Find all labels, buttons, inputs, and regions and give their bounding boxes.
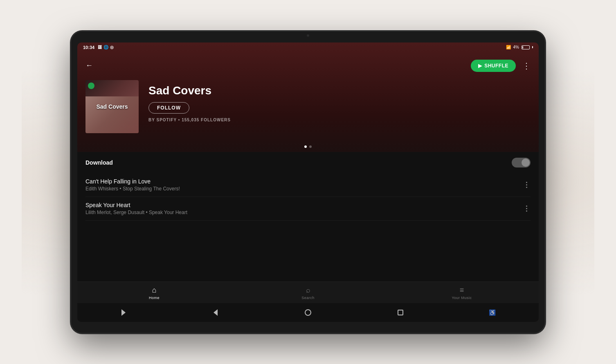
playlist-title: Sad Covers [148,84,231,97]
track-more-button-1[interactable] [523,180,531,190]
android-accessibility-button[interactable] [484,306,501,319]
track-info-1: Can't Help Falling in Love Edith Whisker… [85,178,523,192]
nav-item-your-music[interactable]: ≡ Your Music [385,286,539,300]
dot-1 [304,145,307,148]
recents-icon [398,310,403,315]
status-icons: 🖼 🌐 ◎ [98,45,114,49]
home-icon: ⌂ [152,286,157,295]
follow-button[interactable]: FOLLOW [148,102,189,114]
playlist-header: ← ▶ SHUFFLE ⋮ [77,54,539,76]
track-list: Can't Help Falling in Love Edith Whisker… [77,173,539,221]
android-forward-button[interactable] [115,306,132,319]
screen: 10:34 🖼 🌐 ◎ 📶 4% ← [77,42,539,322]
shuffle-label: SHUFFLE [484,63,508,69]
android-back-button[interactable] [207,306,224,319]
battery-percent: 4% [513,45,519,49]
status-bar: 10:34 🖼 🌐 ◎ 📶 4% [77,42,539,52]
back-button[interactable]: ← [85,61,93,70]
library-icon: ≡ [460,286,464,295]
your-music-label: Your Music [452,296,472,300]
wifi-icon: 📶 [506,45,511,49]
globe-icon: 🌐 [103,45,108,49]
status-left: 10:34 🖼 🌐 ◎ [83,45,114,50]
dot-more-1c [526,187,527,188]
track-sub-1: Edith Whiskers • Stop Stealing The Cover… [85,186,523,192]
dot-more-2a [526,205,527,207]
dot-more-1b [526,184,527,185]
album-spotify-logo [88,83,94,89]
bottom-nav: ⌂ Home ⌕ Search ≡ Your Music [77,281,539,303]
track-name-2: Speak Your Heart [85,202,523,208]
download-section: Download [77,152,539,173]
album-art: Sad Covers [85,80,139,133]
accessibility-icon [489,309,496,316]
track-info-2: Speak Your Heart Lilith Merlot, Serge Du… [85,202,523,215]
photo-icon: 🖼 [98,45,102,49]
tablet-device: 10:34 🖼 🌐 ◎ 📶 4% ← [71,31,545,333]
android-nav [77,303,539,322]
pagination-dots [77,141,539,152]
dot-2 [309,145,312,148]
dot-more-2c [526,210,527,212]
toggle-knob [522,159,530,167]
main-content: ← ▶ SHUFFLE ⋮ Sad Covers [77,42,539,281]
camera [307,34,309,37]
playlist-info: Sad Covers Sad Covers FOLLOW BY SPOTIFY … [77,76,539,141]
search-label: Search [301,296,315,300]
nav-item-search[interactable]: ⌕ Search [231,286,385,300]
album-title-overlay: Sad Covers [85,102,139,112]
cast-icon: ◎ [110,45,114,49]
dot-more-1a [526,182,527,183]
battery-tip [532,46,533,48]
playlist-meta: Sad Covers FOLLOW BY SPOTIFY • 155,035 F… [148,80,231,122]
header-right: ▶ SHUFFLE ⋮ [471,60,531,72]
battery-icon [522,45,530,49]
android-home-button[interactable] [300,306,316,319]
more-options-button[interactable]: ⋮ [522,61,531,71]
shuffle-button[interactable]: ▶ SHUFFLE [471,60,516,72]
nav-item-home[interactable]: ⌂ Home [77,286,231,300]
back-icon [214,309,218,316]
track-name-1: Can't Help Falling in Love [85,178,523,185]
status-right: 📶 4% [506,45,533,49]
track-more-button-2[interactable] [523,204,531,213]
status-time: 10:34 [83,45,94,50]
dot-more-2b [526,208,527,209]
shuffle-play-icon: ▶ [478,63,482,69]
playlist-credits: BY SPOTIFY • 155,035 FOLLOWERS [148,118,231,122]
android-recents-button[interactable] [392,306,409,319]
download-toggle[interactable] [512,158,531,167]
home-circle-icon [305,309,311,316]
battery-fill [522,46,523,49]
forward-icon [121,309,126,316]
track-sub-2: Lilith Merlot, Serge Dusault • Speak You… [85,210,523,215]
home-label: Home [149,296,160,300]
search-icon: ⌕ [306,286,310,295]
download-label: Download [85,159,113,166]
track-item-2: Speak Your Heart Lilith Merlot, Serge Du… [85,197,531,221]
track-item: Can't Help Falling in Love Edith Whisker… [85,173,531,197]
